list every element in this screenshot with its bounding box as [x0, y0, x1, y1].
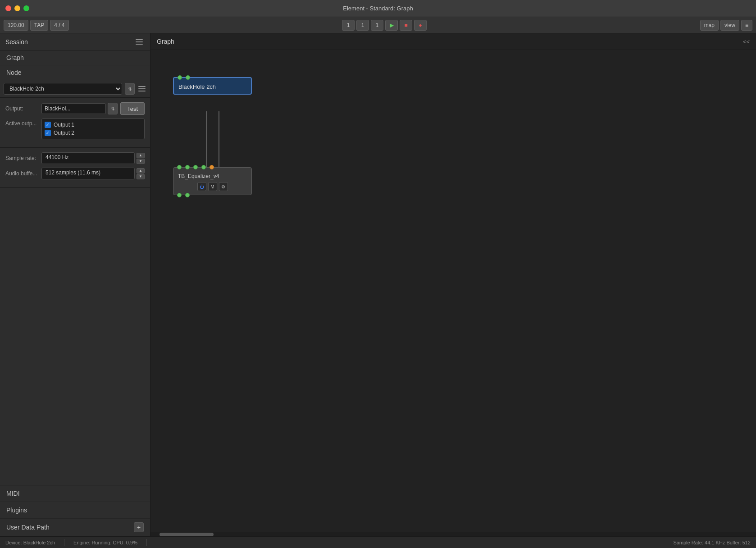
- minimize-button[interactable]: [14, 5, 20, 11]
- equalizer-ports-bottom: [173, 193, 251, 197]
- status-divider-2: [146, 539, 147, 546]
- sample-rate-value[interactable]: 44100 Hz: [41, 152, 135, 164]
- device-menu-btn[interactable]: [137, 85, 146, 92]
- device-select[interactable]: BlackHole 2ch: [4, 83, 122, 95]
- time-signature[interactable]: 4 / 4: [50, 20, 68, 31]
- active-outputs-label: Active outp...: [5, 119, 38, 127]
- blackhole-label: BlackHole 2ch: [178, 82, 246, 90]
- sidebar-spacer: [0, 188, 150, 485]
- node-blackhole[interactable]: BlackHole 2ch: [173, 77, 252, 95]
- sample-rate-row: Sample rate: 44100 Hz ▲ ▼: [5, 152, 145, 164]
- graph-scrollbar[interactable]: [150, 532, 756, 536]
- device-selector-row: BlackHole 2ch ⇅: [0, 80, 150, 98]
- eq-port-top-4[interactable]: [201, 165, 206, 169]
- session-header: Session: [0, 33, 150, 50]
- graph-back-button[interactable]: <<: [743, 38, 750, 45]
- output2-label: Output 2: [54, 130, 74, 136]
- stop-button[interactable]: ■: [400, 20, 412, 31]
- output-row: Output: BlackHol... ⇅ Test: [5, 102, 145, 115]
- audio-buffer-up[interactable]: ▲: [137, 168, 145, 174]
- graph-canvas[interactable]: BlackHole 2ch TB_Equalizer_v4 ⏻ M: [150, 50, 756, 532]
- output1-label: Output 1: [54, 122, 74, 128]
- status-divider-1: [64, 539, 64, 546]
- eq-port-top-1[interactable]: [177, 165, 182, 169]
- eq-port-bottom-1[interactable]: [177, 193, 182, 197]
- eq-port-top-3[interactable]: [193, 165, 198, 169]
- transport-1a[interactable]: 1: [342, 20, 355, 31]
- close-button[interactable]: [5, 5, 11, 11]
- status-device: Device: BlackHole 2ch: [5, 540, 64, 545]
- blackhole-ports-top: [174, 75, 251, 80]
- menu-button[interactable]: ≡: [741, 20, 752, 31]
- graph-area: Graph << BlackHole 2ch: [150, 33, 756, 536]
- eq-power-button[interactable]: ⏻: [197, 182, 206, 191]
- node-equalizer[interactable]: TB_Equalizer_v4 ⏻ M ⚙: [173, 167, 252, 195]
- graph-scrollbar-thumb[interactable]: [159, 533, 214, 536]
- outputs-list: ✓ Output 1 ✓ Output 2: [41, 119, 145, 139]
- output-label: Output:: [5, 105, 38, 112]
- view-button[interactable]: view: [720, 20, 739, 31]
- sample-rate-control: 44100 Hz ▲ ▼: [41, 152, 145, 164]
- map-button[interactable]: map: [700, 20, 719, 31]
- audio-buffer-down[interactable]: ▼: [137, 174, 145, 179]
- output-section: Output: BlackHol... ⇅ Test Active outp..…: [0, 98, 150, 148]
- eq-settings-button[interactable]: ⚙: [219, 182, 228, 191]
- transport-1b[interactable]: 1: [356, 20, 369, 31]
- session-menu-icon[interactable]: [134, 37, 145, 46]
- output2-checkbox[interactable]: ✓: [45, 130, 51, 136]
- audio-buffer-value[interactable]: 512 samples (11.6 ms): [41, 168, 135, 179]
- sidebar: Session Graph Node BlackHole 2ch ⇅: [0, 33, 150, 536]
- eq-label: TB_Equalizer_v4: [178, 171, 247, 179]
- eq-port-top-5[interactable]: [209, 165, 214, 169]
- toolbar: 120.00 TAP 4 / 4 1 1 1 ▶ ■ ● map view ≡: [0, 17, 756, 33]
- graph-title: Graph: [157, 38, 174, 45]
- sidebar-item-midi[interactable]: MIDI: [0, 485, 150, 502]
- session-title: Session: [5, 38, 28, 46]
- statusbar: Device: BlackHole 2ch Engine: Running: C…: [0, 536, 756, 548]
- sidebar-item-node[interactable]: Node: [0, 65, 150, 80]
- output-select-display[interactable]: BlackHol...: [41, 103, 106, 114]
- wire-svg: [150, 50, 756, 532]
- output-arrow-btn[interactable]: ⇅: [108, 103, 118, 114]
- titlebar: Element - Standard: Graph: [0, 0, 756, 17]
- blackhole-port-top-1[interactable]: [178, 75, 182, 80]
- sidebar-item-graph[interactable]: Graph: [0, 50, 150, 65]
- toolbar-right: map view ≡: [700, 20, 752, 31]
- sample-rate-down[interactable]: ▼: [137, 159, 145, 164]
- output-control: BlackHol... ⇅ Test: [41, 102, 145, 115]
- sidebar-bottom-nav: MIDI Plugins User Data Path +: [0, 485, 150, 536]
- status-sample-rate: Sample Rate: 44.1 KHz Buffer: 512: [673, 540, 751, 545]
- record-button[interactable]: ●: [414, 20, 427, 31]
- user-data-path-add-btn[interactable]: +: [134, 522, 144, 532]
- play-button[interactable]: ▶: [385, 20, 398, 31]
- transport-1c[interactable]: 1: [371, 20, 383, 31]
- audio-buffer-control: 512 samples (11.6 ms) ▲ ▼: [41, 168, 145, 179]
- sample-rate-up[interactable]: ▲: [137, 153, 145, 158]
- tap-button[interactable]: TAP: [30, 20, 48, 31]
- maximize-button[interactable]: [23, 5, 29, 11]
- output-item-1: ✓ Output 1: [45, 121, 141, 129]
- audio-buffer-stepper: ▲ ▼: [137, 168, 145, 179]
- sidebar-item-plugins[interactable]: Plugins: [0, 502, 150, 519]
- blackhole-port-top-2[interactable]: [186, 75, 190, 80]
- eq-mute-button[interactable]: M: [208, 182, 217, 191]
- eq-node-controls: ⏻ M ⚙: [178, 182, 247, 191]
- equalizer-ports-top: [173, 165, 251, 169]
- output1-checkbox[interactable]: ✓: [45, 122, 51, 128]
- test-button[interactable]: Test: [120, 102, 145, 115]
- main-content: Session Graph Node BlackHole 2ch ⇅: [0, 33, 756, 536]
- eq-port-top-2[interactable]: [185, 165, 190, 169]
- traffic-lights: [5, 5, 29, 11]
- eq-port-bottom-2[interactable]: [185, 193, 190, 197]
- sidebar-item-user-data-path[interactable]: User Data Path +: [0, 519, 150, 536]
- sample-rate-label: Sample rate:: [5, 155, 41, 161]
- audio-buffer-row: Audio buffe... 512 samples (11.6 ms) ▲ ▼: [5, 168, 145, 179]
- window-title: Element - Standard: Graph: [343, 5, 413, 12]
- transport-controls: 1 1 1 ▶ ■ ●: [71, 20, 698, 31]
- graph-header: Graph <<: [150, 33, 756, 50]
- status-engine: Engine: Running: CPU: 0.9%: [73, 540, 146, 545]
- device-arrow-btn[interactable]: ⇅: [125, 83, 135, 95]
- sample-rate-stepper: ▲ ▼: [137, 153, 145, 164]
- active-outputs-row: Active outp... ✓ Output 1 ✓ Output 2: [5, 119, 145, 139]
- bpm-display[interactable]: 120.00: [4, 20, 28, 31]
